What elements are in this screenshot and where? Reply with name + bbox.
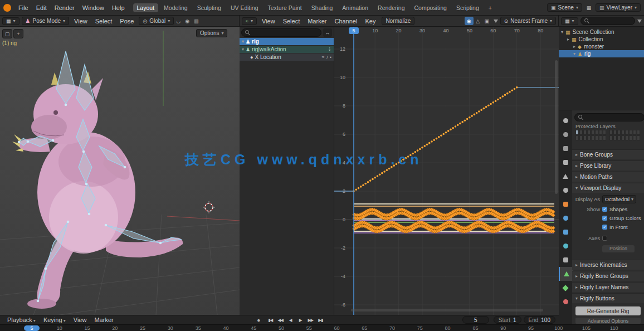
- workspace-tab-compositing[interactable]: Compositing: [411, 3, 451, 12]
- view-layer-selector[interactable]: ▥ ViewLayer ▾: [596, 3, 641, 12]
- properties-tab-object[interactable]: [559, 197, 572, 211]
- normalize-toggle[interactable]: Normalize: [382, 17, 414, 25]
- blender-logo[interactable]: [3, 4, 11, 12]
- in-front-checkbox[interactable]: ✓: [602, 225, 607, 230]
- next-key-button[interactable]: ▶▶: [305, 317, 315, 324]
- panel-motion-paths[interactable]: ▸Motion Paths: [572, 172, 644, 182]
- properties-tab-bone[interactable]: [559, 281, 572, 295]
- playhead-sync-icon[interactable]: ◉: [465, 17, 474, 25]
- new-scene-icon[interactable]: ▦: [584, 3, 593, 12]
- layer-toggle[interactable]: [621, 130, 625, 135]
- panel-inverse-kinematics[interactable]: ▸Inverse Kinematics: [572, 260, 644, 270]
- graph-menu-view[interactable]: View: [262, 18, 275, 25]
- play-button[interactable]: ▶: [295, 317, 305, 324]
- overlays-icon[interactable]: ▥: [192, 17, 201, 25]
- layer-toggle[interactable]: [583, 130, 587, 135]
- menu-render[interactable]: Render: [55, 4, 75, 11]
- properties-search-input[interactable]: [586, 114, 641, 121]
- transform-orientation-selector[interactable]: ◎ Global ▾: [139, 17, 174, 25]
- layer-toggle[interactable]: [579, 135, 583, 140]
- graph-menu-channel[interactable]: Channel: [334, 18, 357, 25]
- workspace-tab-rendering[interactable]: Rendering: [374, 3, 408, 12]
- current-frame-badge[interactable]: 5: [24, 325, 40, 331]
- properties-tab-physics[interactable]: [559, 239, 572, 253]
- layer-toggle[interactable]: [613, 130, 617, 135]
- channel-search-input[interactable]: [253, 29, 318, 36]
- properties-tab-object-data[interactable]: [559, 267, 573, 281]
- layer-toggle[interactable]: [609, 135, 613, 140]
- menu-window[interactable]: Window: [82, 4, 104, 11]
- frame-start-field[interactable]: Start 1: [494, 316, 521, 324]
- properties-tab-tool[interactable]: [559, 114, 572, 128]
- properties-tab-render[interactable]: [559, 128, 572, 142]
- outliner-row-rig[interactable]: ▾♟rig: [559, 50, 644, 57]
- layer-toggle[interactable]: [575, 130, 579, 135]
- layer-toggle[interactable]: [599, 135, 602, 140]
- layer-toggle[interactable]: [599, 130, 602, 135]
- jump-start-button[interactable]: ▮◀: [265, 317, 275, 324]
- prev-key-button[interactable]: ◀◀: [275, 317, 285, 324]
- panel-rigify-bone-groups[interactable]: ▸Rigify Bone Groups: [572, 271, 644, 281]
- layer-toggle[interactable]: [575, 135, 579, 140]
- graph-menu-select[interactable]: Select: [283, 18, 300, 25]
- layer-toggle[interactable]: [617, 130, 621, 135]
- outliner-search-field[interactable]: [580, 17, 635, 25]
- outliner-editor-type-button[interactable]: ▦▾: [561, 17, 578, 25]
- workspace-tab-scripting[interactable]: Scripting: [452, 3, 483, 12]
- current-frame-field[interactable]: 5: [462, 316, 489, 324]
- mode-selector[interactable]: ♟ Pose Mode ▾: [22, 17, 70, 25]
- vertical-scrollbar[interactable]: [555, 60, 558, 194]
- workspace-tab-animation[interactable]: Animation: [338, 3, 372, 12]
- layer-toggle[interactable]: [587, 135, 591, 140]
- properties-tab-world[interactable]: [559, 183, 572, 197]
- workspace-tab-sculpting[interactable]: Sculpting: [193, 3, 225, 12]
- properties-tab-modifiers[interactable]: [559, 211, 572, 225]
- tool-cursor-button[interactable]: ▢: [2, 29, 12, 38]
- panel-rigify-buttons[interactable]: ▾Rigify Buttons: [572, 293, 644, 303]
- layer-toggle[interactable]: [637, 135, 640, 140]
- properties-tab-material[interactable]: [559, 295, 572, 309]
- graph-editor-type-button[interactable]: ≈▾: [242, 17, 257, 25]
- viewport-options-button[interactable]: Options ▾: [196, 29, 227, 37]
- play-reverse-button[interactable]: ◀: [285, 317, 295, 324]
- menu-help[interactable]: Help: [112, 4, 125, 11]
- layer-toggle[interactable]: [629, 130, 632, 135]
- panel-pose-library[interactable]: ▸Pose Library: [572, 160, 644, 171]
- timeline-menu-view[interactable]: View: [74, 317, 87, 323]
- display-as-dropdown[interactable]: Octahedral▾: [602, 195, 636, 203]
- shapes-checkbox[interactable]: ✓: [602, 207, 607, 212]
- layer-toggle[interactable]: [595, 130, 598, 135]
- push-down-icon[interactable]: ⇣: [328, 47, 331, 52]
- position-slider[interactable]: Position: [602, 245, 635, 252]
- properties-search-field[interactable]: [574, 113, 644, 121]
- graph-canvas[interactable]: 5 1020304050607080121086420-2-4-6: [334, 27, 559, 315]
- layer-toggle[interactable]: [591, 135, 594, 140]
- panel-bone-groups[interactable]: ▸Bone Groups: [572, 149, 644, 159]
- layer-toggle[interactable]: [637, 130, 640, 135]
- workspace-tab-shading[interactable]: Shading: [308, 3, 337, 12]
- expand-channels-icon[interactable]: ↔: [323, 28, 332, 37]
- viewport-menu-pose[interactable]: Pose: [120, 18, 134, 25]
- layer-toggle[interactable]: [625, 130, 628, 135]
- layer-toggle[interactable]: [603, 130, 606, 135]
- layer-toggle[interactable]: [591, 130, 594, 135]
- panel-viewport-display[interactable]: ▾Viewport Display: [572, 183, 644, 193]
- properties-tab-constraints[interactable]: [559, 253, 572, 267]
- filter-icon[interactable]: [491, 17, 500, 25]
- channel-row-x-location[interactable]: ●X Location≈♪▪: [240, 53, 334, 61]
- layer-toggle[interactable]: [579, 130, 583, 135]
- frame-end-field[interactable]: End 100: [524, 316, 555, 324]
- modifier-icon[interactable]: ≈: [322, 55, 324, 60]
- menu-edit[interactable]: Edit: [36, 4, 47, 11]
- jump-end-button[interactable]: ▶▮: [315, 317, 325, 324]
- timeline-ruler[interactable]: 5 51015202530354045505560657075808590951…: [0, 324, 644, 331]
- outliner-row-monster[interactable]: ▸◆monster: [559, 43, 644, 50]
- layer-toggle[interactable]: [629, 135, 632, 140]
- properties-tab-particles[interactable]: [559, 225, 572, 239]
- horizontal-scrollbar[interactable]: [351, 309, 543, 311]
- properties-tab-scene[interactable]: [559, 169, 572, 183]
- workspace-tab-modeling[interactable]: Modeling: [160, 3, 192, 12]
- lock-icon[interactable]: ▪: [330, 55, 331, 60]
- timeline-menu-playback[interactable]: Playback ▾: [7, 317, 36, 323]
- axes-checkbox[interactable]: [602, 236, 607, 241]
